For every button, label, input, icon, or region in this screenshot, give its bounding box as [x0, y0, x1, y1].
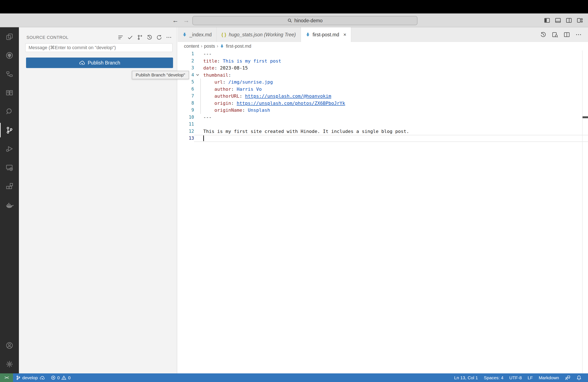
code-line[interactable]: 7 authorURL: https://unsplash.com/@hoanv… — [178, 93, 588, 100]
text-cursor — [203, 135, 204, 141]
indent-guide — [200, 107, 201, 114]
code-token — [203, 101, 214, 106]
code-line[interactable]: 8 origin: https://unsplash.com/photos/ZX… — [178, 100, 588, 107]
line-number: 8 — [178, 100, 194, 107]
customize-layout-icon[interactable] — [577, 17, 583, 23]
line-content: date: 2023-08-15 — [194, 64, 588, 72]
remote-indicator[interactable]: >< — [0, 373, 13, 382]
remote-explorer-icon[interactable] — [0, 158, 19, 177]
tab-label: first-post.md — [313, 32, 339, 38]
code-line[interactable]: 11 — [178, 121, 588, 128]
tab-index-md[interactable]: _index.md — [178, 27, 217, 42]
language-mode-item[interactable]: Markdown — [536, 373, 562, 382]
navigate-back-button[interactable]: ← — [172, 13, 178, 27]
line-content: origin: https://unsplash.com/photos/ZX6B… — [194, 100, 588, 107]
split-editor-icon[interactable] — [564, 31, 570, 38]
publish-branch-button[interactable]: Publish Branch — [26, 58, 173, 68]
refresh-icon[interactable] — [156, 34, 162, 40]
cloud-upload-icon — [40, 375, 45, 381]
encoding-item[interactable]: UTF-8 — [506, 373, 525, 382]
line-number: 9 — [178, 107, 194, 114]
search-icon[interactable] — [0, 102, 19, 121]
code-editor[interactable]: 1---2title: This is my first post3date: … — [178, 50, 588, 373]
code-line[interactable]: 2title: This is my first post — [178, 58, 588, 65]
line-content: thumbnail: — [194, 72, 588, 79]
view-as-list-icon[interactable] — [118, 34, 124, 40]
open-preview-icon[interactable] — [552, 31, 558, 38]
line-number: 5 — [178, 79, 194, 86]
branch-create-icon[interactable] — [137, 34, 143, 40]
toggle-secondary-sidebar-icon[interactable] — [566, 17, 572, 23]
code-line[interactable]: 4thumbnail: — [178, 72, 588, 79]
account-icon[interactable] — [0, 336, 19, 355]
publish-branch-tooltip: Publish Branch "develop" — [132, 71, 189, 79]
history-icon[interactable] — [147, 34, 152, 40]
error-icon — [51, 375, 56, 380]
code-line[interactable]: 13 — [178, 135, 588, 142]
overview-ruler[interactable] — [582, 50, 583, 373]
code-token: This is my first post — [223, 58, 281, 64]
code-token: : — [217, 58, 223, 64]
tab-first-post-md[interactable]: first-post.md × — [301, 27, 352, 42]
chevron-right-icon: › — [201, 43, 202, 49]
indentation-item[interactable]: Spaces: 4 — [481, 373, 506, 382]
more-actions-icon[interactable] — [166, 34, 172, 40]
code-line[interactable]: 10--- — [178, 114, 588, 121]
editor-group: _index.md { } hugo_stats.json (Working T… — [178, 27, 588, 373]
breadcrumb-item[interactable]: content — [184, 43, 199, 49]
hierarchy-icon[interactable] — [0, 65, 19, 83]
commit-message-input[interactable] — [25, 43, 173, 52]
breadcrumb-file[interactable]: first-post.md — [226, 43, 251, 49]
workbench: SOURCE CONTROL — [0, 27, 588, 373]
code-token: : — [242, 107, 248, 113]
markdown-file-icon — [220, 44, 224, 48]
code-token — [203, 86, 214, 92]
close-icon[interactable]: × — [343, 32, 346, 38]
breadcrumb-item[interactable]: posts — [204, 43, 215, 49]
code-token: /img/sunrise.jpg — [228, 79, 273, 85]
code-line[interactable]: 12This is my first site created with Hin… — [178, 128, 588, 135]
settings-gear-icon[interactable] — [0, 355, 19, 373]
commit-check-icon[interactable] — [127, 34, 133, 40]
line-number: 2 — [178, 58, 194, 65]
cloud-upload-icon — [79, 60, 85, 66]
toggle-primary-sidebar-icon[interactable] — [544, 17, 550, 23]
line-number: 13 — [178, 135, 194, 142]
source-control-icon[interactable] — [0, 121, 19, 139]
toggle-panel-icon[interactable] — [555, 17, 561, 23]
line-number: 11 — [178, 121, 194, 128]
eol-item[interactable]: LF — [525, 373, 536, 382]
timeline-icon[interactable] — [540, 31, 546, 38]
fold-chevron-icon[interactable] — [196, 73, 200, 77]
line-content: --- — [194, 114, 588, 121]
problems-status-item[interactable]: 0 0 — [48, 373, 74, 382]
code-token — [203, 93, 214, 99]
extensions-icon[interactable] — [0, 177, 19, 195]
breadcrumb[interactable]: content › posts › first-post.md — [178, 42, 588, 50]
code-line[interactable]: 6 author: Harris Vo — [178, 86, 588, 93]
command-center-search[interactable]: hinode-demo — [192, 16, 418, 25]
code-token: https://unsplash.com/photos/ZX6BPboJrYk — [237, 101, 345, 106]
cursor-position-item[interactable]: Ln 13, Col 1 — [451, 373, 481, 382]
navigate-forward-button[interactable]: → — [183, 13, 189, 27]
code-line[interactable]: 9 originName: Unsplash — [178, 107, 588, 114]
explorer-icon[interactable] — [0, 27, 19, 46]
tab-hugo-stats-json[interactable]: { } hugo_stats.json (Working Tree) — [217, 27, 301, 42]
code-line[interactable]: 5 url: /img/sunrise.jpg — [178, 79, 588, 86]
docker-icon[interactable] — [0, 195, 19, 214]
branch-status-item[interactable]: develop — [13, 373, 48, 382]
line-content: url: /img/sunrise.jpg — [194, 79, 588, 86]
indent-guide — [200, 79, 201, 86]
github-icon[interactable] — [0, 46, 19, 65]
feedback-icon[interactable] — [562, 373, 573, 382]
more-actions-icon[interactable] — [575, 31, 582, 38]
line-content: title: This is my first post — [194, 58, 588, 65]
run-debug-icon[interactable] — [0, 139, 19, 158]
code-token: url — [214, 79, 223, 85]
book-icon[interactable] — [0, 83, 19, 102]
code-line[interactable]: 3date: 2023-08-15 — [178, 64, 588, 72]
code-line[interactable]: 1--- — [178, 50, 588, 58]
notifications-bell-icon[interactable] — [573, 373, 585, 382]
warning-count: 0 — [68, 375, 71, 380]
line-number: 3 — [178, 64, 194, 72]
